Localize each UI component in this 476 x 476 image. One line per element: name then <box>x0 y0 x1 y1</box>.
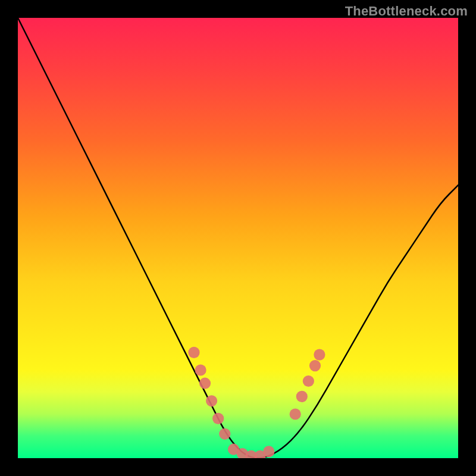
left-marker-6 <box>219 428 230 440</box>
left-marker-3 <box>199 378 211 389</box>
plot-area <box>18 18 458 458</box>
right-marker-5 <box>314 349 325 361</box>
right-marker-3 <box>303 375 314 387</box>
left-marker-5 <box>212 413 224 424</box>
left-marker-2 <box>195 364 206 375</box>
left-marker-4 <box>206 395 217 406</box>
right-marker-2 <box>296 391 308 402</box>
right-marker-1 <box>290 408 301 419</box>
chart-overlay <box>18 18 458 458</box>
trough-5 <box>263 446 274 457</box>
curve-path <box>18 18 458 458</box>
left-marker-1 <box>188 347 199 358</box>
watermark-text: TheBottleneck.com <box>345 4 468 19</box>
chart-frame: TheBottleneck.com <box>0 0 476 476</box>
marker-group <box>188 347 325 458</box>
right-marker-4 <box>309 360 321 371</box>
